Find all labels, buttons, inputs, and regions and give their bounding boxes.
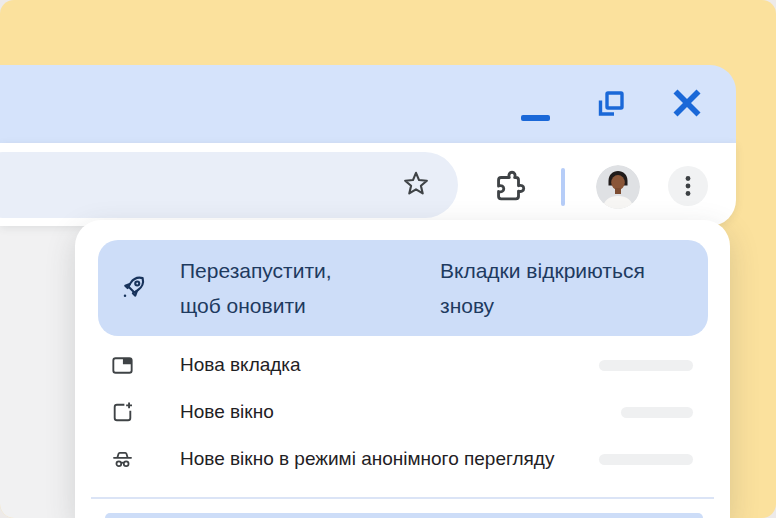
minimize-button[interactable] (513, 101, 557, 135)
incognito-icon (110, 447, 135, 472)
relaunch-description-line2: знову (440, 288, 645, 323)
browser-window (0, 65, 736, 226)
close-icon (671, 87, 703, 119)
new-window-icon (110, 400, 135, 425)
relaunch-label-line1: Перезапустити, (180, 253, 332, 288)
menu-item-new-incognito-window[interactable]: Нове вікно в режимі анонімного перегляду (75, 436, 730, 483)
new-tab-icon (110, 353, 135, 378)
window-titlebar (0, 65, 736, 143)
relaunch-description-line1: Вкладки відкриються (440, 253, 645, 288)
close-button[interactable] (664, 81, 710, 125)
toolbar-divider (561, 168, 565, 206)
puzzle-icon (490, 168, 528, 206)
address-bar[interactable] (0, 152, 458, 218)
chrome-menu: Перезапустити, щоб оновити Вкладки відкр… (75, 220, 730, 518)
three-dot-menu-icon (675, 173, 701, 199)
restore-icon (597, 90, 625, 118)
menu-item-relaunch-to-update[interactable]: Перезапустити, щоб оновити Вкладки відкр… (98, 240, 708, 336)
menu-divider (91, 497, 714, 499)
browser-toolbar (0, 143, 736, 226)
menu-item-label: Нове вікно в режимі анонімного перегляду (180, 448, 554, 470)
menu-item-partial-highlight[interactable] (105, 513, 703, 518)
star-icon (399, 168, 433, 202)
bookmark-star-button[interactable] (398, 167, 434, 203)
shortcut-placeholder (599, 454, 693, 465)
shortcut-placeholder (621, 407, 693, 418)
rocket-launch-icon (119, 272, 149, 302)
avatar (596, 165, 640, 209)
relaunch-label-line2: щоб оновити (180, 288, 332, 323)
profile-avatar-button[interactable] (596, 165, 640, 209)
menu-item-label: Нове вікно (180, 401, 274, 423)
menu-item-new-tab[interactable]: Нова вкладка (75, 342, 730, 389)
shortcut-placeholder (599, 360, 693, 371)
minimize-icon (521, 115, 550, 121)
menu-item-new-window[interactable]: Нове вікно (75, 389, 730, 436)
more-menu-button[interactable] (668, 166, 708, 206)
relaunch-description: Вкладки відкриються знову (440, 253, 645, 323)
extensions-button[interactable] (489, 167, 529, 207)
menu-item-label: Нова вкладка (180, 354, 301, 376)
promo-card: Перезапустити, щоб оновити Вкладки відкр… (0, 0, 776, 518)
restore-button[interactable] (590, 83, 632, 125)
relaunch-label: Перезапустити, щоб оновити (180, 253, 332, 323)
